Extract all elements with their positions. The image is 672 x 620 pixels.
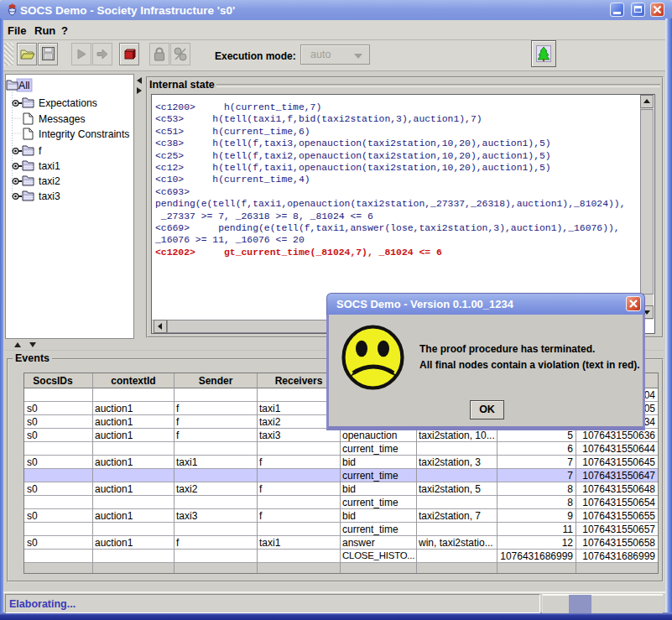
svg-text:Messages: Messages	[39, 113, 86, 125]
svg-text:taxi3: taxi3	[39, 190, 60, 202]
svg-text:taxi2: taxi2	[39, 175, 60, 187]
svg-text:All: All	[18, 80, 30, 91]
svg-text:taxi1: taxi1	[39, 160, 60, 172]
svg-text:Integrity Constraints: Integrity Constraints	[39, 128, 129, 140]
svg-text:f: f	[39, 145, 42, 157]
svg-text:Expectations: Expectations	[39, 97, 97, 109]
